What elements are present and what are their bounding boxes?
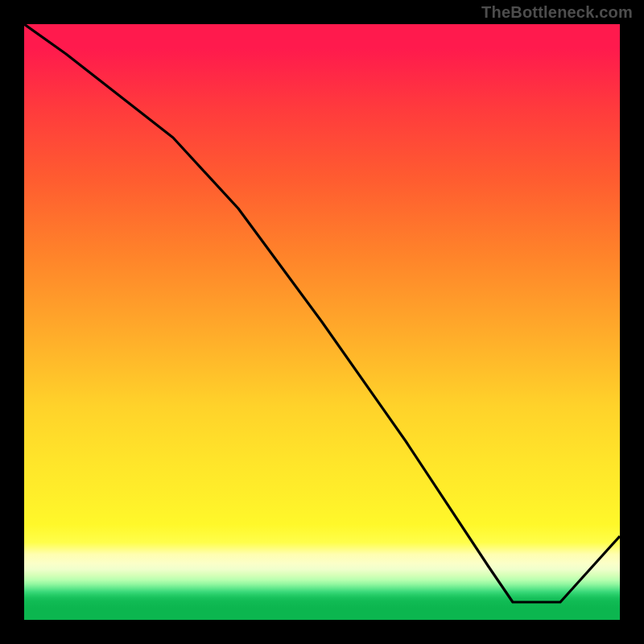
gradient-background: [24, 24, 620, 620]
plot-area: [24, 24, 620, 620]
chart-frame: TheBottleneck.com: [0, 0, 644, 644]
watermark-text: TheBottleneck.com: [481, 3, 633, 22]
